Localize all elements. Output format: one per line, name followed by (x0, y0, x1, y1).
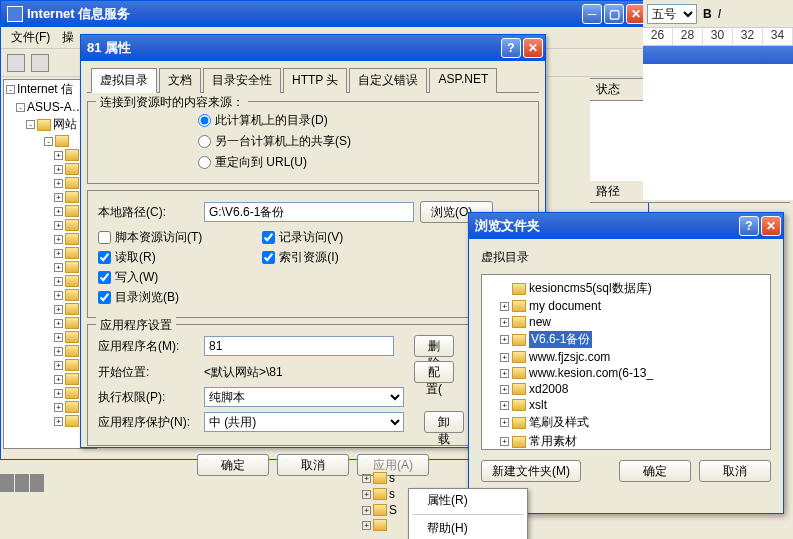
browse-close-button[interactable]: ✕ (761, 216, 781, 236)
app-settings-legend: 应用程序设置 (96, 317, 176, 334)
tab-http-header[interactable]: HTTP 头 (283, 68, 347, 93)
config-button[interactable]: 配置( (414, 361, 454, 383)
browse-folder-dialog: 浏览文件夹 ? ✕ 虚拟目录 kesioncms5(sql数据库) +my do… (468, 212, 784, 514)
ruler: 26 28 30 32 34 (643, 28, 793, 46)
tab-custom-error[interactable]: 自定义错误 (349, 68, 427, 93)
radio-local-dir[interactable]: 此计算机上的目录(D) (198, 113, 328, 127)
props-cancel-button[interactable]: 取消 (277, 454, 349, 476)
local-path-input[interactable] (204, 202, 414, 222)
forward-icon[interactable] (31, 54, 49, 72)
editor-bg: 五号 B I 26 28 30 32 34 (643, 0, 793, 200)
new-folder-button[interactable]: 新建文件夹(M) (481, 460, 581, 482)
ctx-help[interactable]: 帮助(H) (409, 517, 527, 539)
thumb[interactable] (0, 474, 14, 492)
editor-selection (643, 46, 793, 64)
tabs: 虚拟目录 文档 目录安全性 HTTP 头 自定义错误 ASP.NET (87, 67, 539, 93)
app-icon (7, 6, 23, 22)
chk-dir-browse[interactable]: 目录浏览(B) (98, 290, 179, 304)
folder-item[interactable]: kesioncms5(sql数据库) (500, 279, 766, 298)
maximize-button[interactable]: ▢ (604, 4, 624, 24)
chk-write[interactable]: 写入(W) (98, 270, 158, 284)
main-title: Internet 信息服务 (27, 5, 582, 23)
local-path-label: 本地路径(C): (98, 204, 198, 221)
app-protect-combo[interactable]: 中 (共用) (204, 412, 404, 432)
folder-item[interactable]: +常用素材 (500, 432, 766, 450)
folder-item[interactable]: +new (500, 314, 766, 330)
bold-button[interactable]: B (703, 7, 712, 21)
main-titlebar: Internet 信息服务 ─ ▢ ✕ (1, 1, 648, 27)
menu-file[interactable]: 文件(F) (5, 27, 56, 48)
content-source-group: 连接到资源时的内容来源： 此计算机上的目录(D) 另一台计算机上的共享(S) 重… (87, 101, 539, 184)
chk-script-access[interactable]: 脚本资源访问(T) (98, 230, 202, 244)
chk-log-access[interactable]: 记录访问(V) (262, 230, 343, 244)
remove-button[interactable]: 删除 (414, 335, 454, 357)
start-label: 开始位置: (98, 364, 198, 381)
app-name-label: 应用程序名(M): (98, 338, 198, 355)
radio-share[interactable]: 另一台计算机上的共享(S) (198, 134, 351, 148)
exec-perm-combo[interactable]: 纯脚本 (204, 387, 404, 407)
font-size-combo[interactable]: 五号 (647, 4, 697, 24)
thumb[interactable] (15, 474, 29, 492)
folder-item[interactable]: +my document (500, 298, 766, 314)
tree-node[interactable]: +s (360, 470, 420, 486)
browse-cancel-button[interactable]: 取消 (699, 460, 771, 482)
folder-item[interactable]: +xslt (500, 397, 766, 413)
chk-index[interactable]: 索引资源(I) (262, 250, 338, 264)
italic-button[interactable]: I (718, 7, 721, 21)
tab-document[interactable]: 文档 (159, 68, 201, 93)
radio-redirect[interactable]: 重定向到 URL(U) (198, 155, 307, 169)
folder-item[interactable]: +www.fjzsjc.com (500, 349, 766, 365)
start-value: <默认网站>\81 (204, 364, 394, 381)
props-ok-button[interactable]: 确定 (197, 454, 269, 476)
back-icon[interactable] (7, 54, 25, 72)
folder-item[interactable]: +xd2008 (500, 381, 766, 397)
browse-title: 浏览文件夹 (475, 217, 739, 235)
ctx-separator (413, 514, 523, 515)
browse-titlebar: 浏览文件夹 ? ✕ (469, 213, 783, 239)
folder-tree[interactable]: kesioncms5(sql数据库) +my document +new +V6… (481, 274, 771, 450)
chk-read[interactable]: 读取(R) (98, 250, 156, 264)
editor-toolbar: 五号 B I (643, 0, 793, 28)
unload-button[interactable]: 卸载 (424, 411, 464, 433)
minimize-button[interactable]: ─ (582, 4, 602, 24)
folder-item[interactable]: +笔刷及样式 (500, 413, 766, 432)
browse-subtitle: 虚拟目录 (481, 249, 771, 266)
exec-perm-label: 执行权限(P): (98, 389, 198, 406)
app-protect-label: 应用程序保护(N): (98, 414, 198, 431)
props-title: 81 属性 (87, 39, 501, 57)
context-menu: 属性(R) 帮助(H) (408, 488, 528, 539)
content-source-legend: 连接到资源时的内容来源： (96, 94, 248, 111)
thumb[interactable] (30, 474, 44, 492)
taskbar-thumbs (0, 474, 80, 492)
props-close-button[interactable]: ✕ (523, 38, 543, 58)
folder-item-selected[interactable]: +V6.6-1备份 (500, 330, 766, 349)
tab-dir-security[interactable]: 目录安全性 (203, 68, 281, 93)
tab-aspnet[interactable]: ASP.NET (429, 68, 497, 93)
folder-item[interactable]: +www.kesion.com(6-13_ (500, 365, 766, 381)
browse-ok-button[interactable]: 确定 (619, 460, 691, 482)
menu-op[interactable]: 操 (56, 27, 80, 48)
props-titlebar: 81 属性 ? ✕ (81, 35, 545, 61)
browse-help-button[interactable]: ? (739, 216, 759, 236)
help-button[interactable]: ? (501, 38, 521, 58)
tab-virtual-dir[interactable]: 虚拟目录 (91, 68, 157, 93)
ctx-properties[interactable]: 属性(R) (409, 489, 527, 512)
app-name-input[interactable] (204, 336, 394, 356)
